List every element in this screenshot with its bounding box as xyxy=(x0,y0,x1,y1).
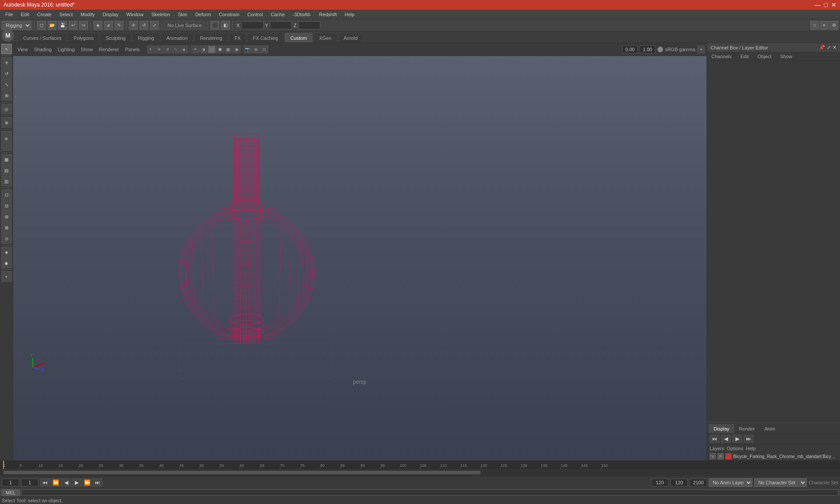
anim-layer-select[interactable]: No Anim Layer xyxy=(709,478,752,487)
cb-tab-edit[interactable]: Edit xyxy=(736,52,753,60)
menu-select[interactable]: Select xyxy=(56,11,77,18)
vp-texture-icon[interactable]: ▦ xyxy=(224,46,232,53)
rotate-tool-btn[interactable]: ↺ xyxy=(1,68,12,79)
shelf-5-btn[interactable]: ⊙ xyxy=(1,233,12,244)
layer-p-checkbox[interactable]: P xyxy=(718,453,724,459)
vp-menu-lighting[interactable]: Lighting xyxy=(55,46,77,53)
vp-grid-icon[interactable]: ⊞ xyxy=(252,46,260,53)
vp-move-icon[interactable]: ✛ xyxy=(155,46,163,53)
misc-1-btn[interactable]: ◈ xyxy=(1,247,12,257)
menu-redshift[interactable]: Redshift xyxy=(315,11,340,18)
playback-end-input[interactable] xyxy=(651,479,668,486)
tab-arnold[interactable]: Arnold xyxy=(338,33,364,42)
maximize-button[interactable]: □ xyxy=(824,1,828,8)
vp-solid-icon[interactable]: ⬢ xyxy=(216,46,224,53)
layers-label[interactable]: Layers xyxy=(710,446,724,451)
scale-tool-icon[interactable]: ⤢ xyxy=(150,21,159,30)
menu-deform[interactable]: Deform xyxy=(192,11,214,18)
tab-polygons[interactable]: Polygons xyxy=(68,33,99,42)
dra-tab-render[interactable]: Render xyxy=(734,424,760,433)
menu-skeleton[interactable]: Skeleton xyxy=(148,11,174,18)
menu-display[interactable]: Display xyxy=(99,11,122,18)
y-input[interactable] xyxy=(270,21,292,29)
rotate-tool-icon[interactable]: ↺ xyxy=(140,21,148,30)
tab-fx-caching[interactable]: FX Caching xyxy=(247,33,284,42)
expand-toolbar-btn[interactable]: + xyxy=(1,271,12,282)
gamma-dropdown[interactable]: ▾ xyxy=(697,46,705,53)
play-fwd-btn[interactable]: ▶ xyxy=(72,479,81,486)
vp-camera-icon[interactable]: 📷 xyxy=(244,46,252,53)
mel-tab[interactable]: MEL xyxy=(2,489,20,496)
universal-tool-btn[interactable]: ⊞ xyxy=(1,90,12,101)
vp-light-icon[interactable]: ☀ xyxy=(191,46,199,53)
render-icon[interactable]: ⬛ xyxy=(210,21,219,30)
focal-length-input[interactable] xyxy=(622,46,638,53)
tab-animation[interactable]: Animation xyxy=(161,33,193,42)
vp-menu-show[interactable]: Show xyxy=(78,46,96,53)
undo-icon[interactable]: ↩ xyxy=(69,21,77,30)
tab-curves-surfaces[interactable]: Curves / Surfaces xyxy=(18,33,67,42)
vp-shadow-icon[interactable]: ◑ xyxy=(200,46,207,53)
vp-menu-renderer[interactable]: Renderer xyxy=(96,46,122,53)
menu-help[interactable]: Help xyxy=(341,11,358,18)
shelf-3-btn[interactable]: ⊞ xyxy=(1,211,12,222)
layer-first-btn[interactable]: ⏮ xyxy=(710,435,719,443)
step-back-btn[interactable]: ⏪ xyxy=(51,479,60,486)
help-label[interactable]: Help xyxy=(746,446,756,451)
lasso-tool-icon[interactable]: ⌀ xyxy=(104,21,113,30)
timeline-range-bar[interactable] xyxy=(4,471,480,474)
focal-dist-input[interactable] xyxy=(640,46,655,53)
cb-tab-show[interactable]: Show xyxy=(776,52,797,60)
layer-v-checkbox[interactable]: V xyxy=(710,453,716,459)
snap-to-grid-btn[interactable]: ⊞· xyxy=(1,131,12,151)
menu-3dtool[interactable]: -3DtoAll- xyxy=(289,11,315,18)
render-view-btn[interactable]: ▤ xyxy=(1,165,12,175)
mode-select[interactable]: Rigging xyxy=(2,21,32,30)
tab-xgen[interactable]: XGen xyxy=(313,33,337,42)
vp-smooth-icon[interactable]: ◉ xyxy=(233,46,241,53)
vp-menu-panels[interactable]: Panels xyxy=(122,46,143,53)
timeline-range[interactable] xyxy=(0,469,840,476)
channel-box-toggle[interactable]: □ xyxy=(810,21,819,30)
menu-constrain[interactable]: Constrain xyxy=(215,11,243,18)
minimize-button[interactable]: — xyxy=(815,1,821,8)
menu-create[interactable]: Create xyxy=(34,11,55,18)
layer-prev-btn[interactable]: ◀ xyxy=(721,435,731,443)
vp-hud-icon[interactable]: ⊡ xyxy=(260,46,268,53)
cb-pin-icon[interactable]: 📌 xyxy=(819,45,825,50)
step-fwd-btn[interactable]: ⏩ xyxy=(82,479,92,486)
cb-close-icon[interactable]: ✕ xyxy=(833,45,836,50)
shelf-1-btn[interactable]: ⊡ xyxy=(1,189,12,200)
play-back-btn[interactable]: ◀ xyxy=(61,479,71,486)
options-label[interactable]: Options xyxy=(727,446,743,451)
vp-show-icon[interactable]: ◈ xyxy=(180,46,188,53)
z-input[interactable] xyxy=(298,21,320,29)
layer-editor-btn[interactable]: ▦ xyxy=(1,154,12,164)
layer-entry[interactable]: V P Bicycle_Parking_Rack_Chrome_mb_stand… xyxy=(707,452,840,460)
redo-icon[interactable]: ↪ xyxy=(79,21,88,30)
shelf-2-btn[interactable]: ⊟ xyxy=(1,200,12,211)
soft-select-btn[interactable]: ◎ xyxy=(1,104,12,114)
max-time-input[interactable] xyxy=(670,479,688,486)
anim-end-input[interactable] xyxy=(690,479,707,486)
go-to-end-btn[interactable]: ⏭ xyxy=(93,479,102,486)
current-frame-input[interactable] xyxy=(21,479,38,486)
layer-last-btn[interactable]: ⏭ xyxy=(744,435,753,443)
vp-select-icon[interactable]: ↖ xyxy=(147,46,155,53)
go-to-start-btn[interactable]: ⏮ xyxy=(40,479,50,486)
vp-rotate-icon[interactable]: ↺ xyxy=(164,46,172,53)
timeline-ruler[interactable]: 1 5 10 15 20 25 30 35 40 45 50 xyxy=(0,461,840,469)
x-input[interactable] xyxy=(242,21,263,29)
cb-tab-object[interactable]: Object xyxy=(753,52,776,60)
command-input[interactable] xyxy=(21,490,838,496)
attr-editor-toggle[interactable]: ≡ xyxy=(820,21,829,30)
menu-control[interactable]: Control xyxy=(244,11,266,18)
close-button[interactable]: ✕ xyxy=(831,1,836,8)
save-scene-icon[interactable]: 💾 xyxy=(58,21,67,30)
tool-settings-toggle[interactable]: ⚙ xyxy=(830,21,838,30)
viewport-3d[interactable]: persp X Y Z xyxy=(13,56,707,460)
vp-menu-shading[interactable]: Shading xyxy=(32,46,54,53)
move-tool-btn[interactable]: ✛ xyxy=(1,57,12,68)
menu-edit[interactable]: Edit xyxy=(18,11,33,18)
character-set-select[interactable]: No Character Set xyxy=(754,478,807,487)
